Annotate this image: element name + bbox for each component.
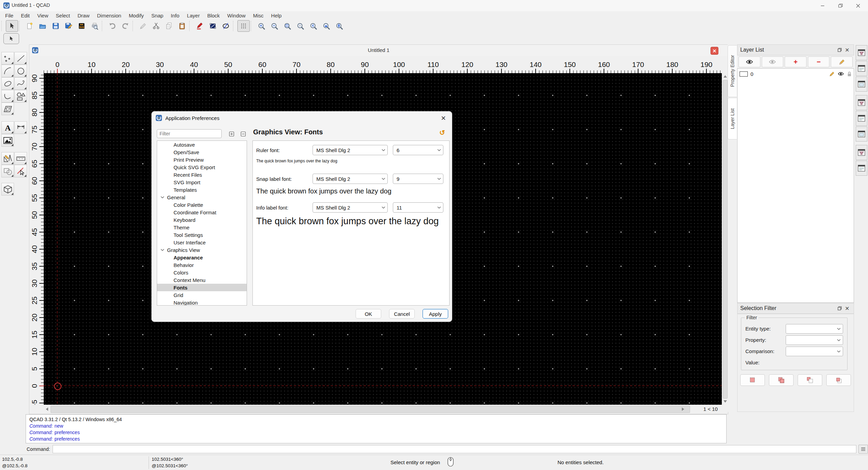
tree-item-autosave[interactable]: Autosave (157, 141, 247, 148)
property-select[interactable] (786, 335, 843, 345)
current-tool-selection-button[interactable] (3, 33, 19, 44)
float-panel-icon[interactable] (836, 305, 843, 312)
zoom-in-icon[interactable] (255, 20, 267, 32)
previous-view-icon[interactable] (307, 20, 319, 32)
image-tool-button[interactable] (1, 134, 14, 147)
tree-item-graphics-view[interactable]: Graphics View (157, 246, 247, 254)
tree-item-user-interface[interactable]: User Interface (157, 239, 247, 246)
save-icon[interactable] (50, 20, 62, 32)
draft-tools-tool-button[interactable] (1, 152, 14, 165)
ellipse-tool-icon[interactable] (220, 20, 232, 32)
spline-tool-button[interactable] (14, 77, 27, 90)
tree-item-keyboard[interactable]: Keyboard (157, 216, 247, 224)
float-panel-icon[interactable] (836, 46, 843, 54)
close-button[interactable] (848, 0, 868, 11)
menu-window[interactable]: Window (223, 12, 249, 19)
tree-item-fonts[interactable]: Fonts (157, 284, 247, 291)
scroll-left-icon[interactable] (46, 407, 48, 411)
property-list-dock-icon[interactable] (856, 95, 867, 110)
restore-button[interactable] (830, 0, 850, 11)
cancel-button[interactable]: Cancel (389, 309, 415, 319)
info-label-font-size-select[interactable]: 11 (393, 202, 443, 213)
menu-block[interactable]: Block (204, 12, 224, 19)
open-file-icon[interactable] (37, 20, 49, 32)
line-tool-button[interactable] (14, 52, 27, 65)
layer-color-swatch[interactable] (740, 71, 748, 77)
tree-item-behavior[interactable]: Behavior (157, 261, 247, 269)
snap-label-font-size-select[interactable]: 9 (393, 174, 443, 184)
close-drawing-button[interactable]: ✕ (711, 47, 718, 55)
command-line-dock-icon[interactable] (856, 145, 867, 160)
menu-info[interactable]: Info (167, 12, 183, 19)
view-list-dock-icon[interactable] (856, 77, 867, 92)
hide-all-layers-button[interactable] (762, 56, 784, 67)
menu-select[interactable]: Select (52, 12, 74, 19)
tab-layer-list[interactable]: Layer List (728, 98, 737, 139)
show-all-layers-button[interactable] (739, 56, 760, 67)
entity-type-select[interactable] (786, 324, 843, 334)
horizontal-scroll-thumb[interactable] (51, 406, 690, 413)
print-preview-icon[interactable] (88, 20, 101, 32)
layer-visible-icon[interactable] (838, 72, 844, 76)
arc-tool-button[interactable] (1, 65, 14, 77)
selection-arrow-icon[interactable] (6, 20, 18, 32)
selection-polygon-icon[interactable] (207, 20, 219, 32)
add-layer-button[interactable]: + (785, 56, 807, 67)
scroll-right-icon[interactable] (682, 407, 684, 411)
save-as-icon[interactable] (63, 20, 75, 32)
menu-snap[interactable]: Snap (148, 12, 167, 19)
tree-item-general[interactable]: General (157, 193, 247, 201)
layer-lock-icon[interactable] (847, 71, 852, 77)
remove-layer-button[interactable]: − (808, 56, 830, 67)
dialog-close-icon[interactable]: ✕ (438, 113, 449, 123)
tree-item-navigation[interactable]: Navigation (157, 299, 247, 306)
tree-item-recent-files[interactable]: Recent Files (157, 171, 247, 178)
menu-modify[interactable]: Modify (125, 12, 148, 19)
hatch-tool-button[interactable] (1, 103, 14, 115)
vertical-scroll-thumb[interactable] (723, 80, 728, 399)
collapse-all-icon[interactable] (239, 130, 247, 138)
ruler-font-size-select[interactable]: 6 (393, 145, 443, 155)
layer-row[interactable]: 0 (738, 69, 854, 79)
menu-file[interactable]: File (1, 12, 17, 19)
comparison-select[interactable] (786, 347, 843, 356)
vertical-scrollbar[interactable] (722, 73, 728, 405)
edit-pencil-icon[interactable] (137, 20, 149, 32)
modify-tool-button[interactable] (14, 165, 27, 177)
intersect-selection-button[interactable] (826, 374, 851, 386)
dialog-titlebar[interactable]: Application Preferences ✕ (152, 111, 452, 125)
zoom-selection-icon[interactable] (294, 20, 306, 32)
info-label-font-family-select[interactable]: MS Shell Dlg 2 (313, 202, 388, 213)
edit-layer-icon[interactable] (829, 71, 835, 77)
ok-button[interactable]: OK (356, 309, 381, 319)
boolean-ops-tool-button[interactable] (1, 165, 14, 177)
circle-tool-button[interactable] (14, 65, 27, 77)
new-file-icon[interactable] (24, 20, 36, 32)
menu-misc[interactable]: Misc (249, 12, 267, 19)
tree-item-templates[interactable]: Templates (157, 186, 247, 193)
text-tool-button[interactable]: A (1, 121, 14, 134)
command-options-button[interactable] (858, 445, 868, 454)
tree-item-svg-import[interactable]: SVG Import (157, 178, 247, 186)
auto-zoom-icon[interactable] (281, 20, 293, 32)
tab-property-editor[interactable]: Property Editor (728, 45, 737, 97)
reset-to-defaults-icon[interactable]: ↻ (439, 129, 445, 137)
tree-item-open-save[interactable]: Open/Save (157, 148, 247, 156)
add-to-selection-button[interactable] (769, 374, 794, 386)
tree-item-appearance[interactable]: Appearance (157, 254, 247, 261)
cut-icon[interactable] (150, 20, 162, 32)
scroll-up-icon[interactable] (724, 75, 727, 78)
apply-button[interactable]: Apply (423, 309, 448, 319)
menu-view[interactable]: View (33, 12, 52, 19)
tree-item-print-preview[interactable]: Print Preview (157, 156, 247, 163)
close-panel-icon[interactable]: ✕ (843, 46, 851, 54)
expand-all-icon[interactable] (228, 130, 236, 138)
minimize-button[interactable] (813, 0, 832, 11)
zoom-window-icon[interactable] (320, 20, 332, 32)
select-matching-button[interactable] (740, 374, 765, 386)
preferences-filter-input[interactable] (157, 129, 222, 138)
point-tool-button[interactable] (1, 52, 14, 65)
tree-item-context-menu[interactable]: Context Menu (157, 276, 247, 284)
clipboard-panel-dock-icon[interactable] (856, 161, 867, 176)
svg-export-icon[interactable]: SVG (75, 20, 88, 32)
